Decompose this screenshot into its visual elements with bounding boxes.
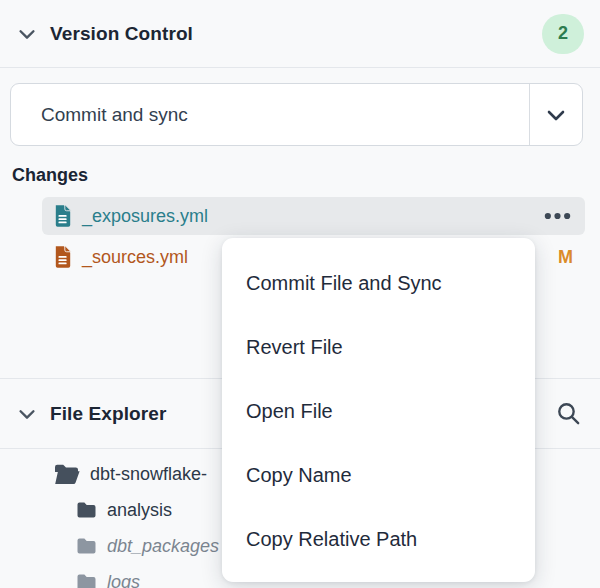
version-control-title: Version Control — [50, 23, 193, 45]
tree-item-label[interactable]: dbt-snowflake- — [90, 464, 207, 485]
folder-icon — [76, 537, 97, 555]
chevron-down-icon[interactable] — [16, 23, 38, 45]
tree-item-label[interactable]: analysis — [107, 500, 172, 521]
folder-icon — [76, 501, 97, 519]
menu-item-open-file[interactable]: Open File — [222, 379, 535, 443]
chevron-down-icon[interactable] — [16, 403, 38, 425]
chevron-down-icon — [544, 103, 568, 127]
commit-sync-selected-value[interactable]: Commit and sync — [11, 84, 529, 145]
search-icon[interactable] — [553, 398, 584, 429]
commit-sync-dropdown-toggle[interactable] — [529, 84, 582, 145]
folder-icon — [76, 573, 97, 588]
yaml-file-icon — [54, 246, 72, 268]
changes-label: Changes — [12, 165, 88, 186]
changes-count-badge: 2 — [542, 14, 584, 54]
menu-item-revert-file[interactable]: Revert File — [222, 315, 535, 379]
modified-status-badge: M — [558, 247, 573, 268]
menu-item-copy-name[interactable]: Copy Name — [222, 443, 535, 507]
tree-item-label[interactable]: logs — [107, 572, 140, 588]
menu-item-commit-file-and-sync[interactable]: Commit File and Sync — [222, 251, 535, 315]
commit-sync-select[interactable]: Commit and sync — [10, 83, 583, 146]
menu-item-copy-relative-path[interactable]: Copy Relative Path — [222, 507, 535, 571]
file-name[interactable]: _exposures.yml — [82, 206, 208, 227]
file-context-menu: Commit File and Sync Revert File Open Fi… — [222, 238, 535, 582]
file-explorer-title: File Explorer — [50, 403, 166, 425]
tree-item-label[interactable]: dbt_packages — [107, 536, 219, 557]
version-control-section-header[interactable]: Version Control 2 — [0, 0, 600, 68]
yaml-file-icon — [54, 205, 72, 227]
file-name[interactable]: _sources.yml — [82, 247, 188, 268]
row-actions-ellipsis-icon[interactable] — [542, 208, 573, 224]
changed-file-row-exposures[interactable]: _exposures.yml — [42, 197, 585, 235]
folder-open-icon — [54, 464, 80, 485]
